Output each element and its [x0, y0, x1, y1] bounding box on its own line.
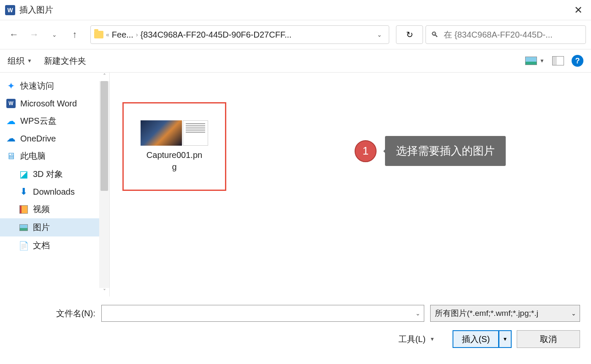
chevron-down-icon: ▼: [27, 58, 32, 64]
sidebar-item-label: Microsoft Word: [20, 99, 77, 109]
cube-icon: ◪: [19, 169, 29, 179]
filename-input[interactable]: ⌄: [101, 305, 424, 322]
new-folder-button[interactable]: 新建文件夹: [44, 55, 86, 67]
cloud-icon: ☁: [6, 116, 16, 126]
sidebar-item-downloads[interactable]: ⬇Downloads: [0, 183, 109, 200]
search-input[interactable]: [444, 30, 580, 40]
download-icon: ⬇: [19, 187, 29, 197]
toolbar: 组织 ▼ 新建文件夹 ▼ ?: [0, 49, 591, 73]
video-icon: [19, 204, 29, 215]
sidebar-item-3d-objects[interactable]: ◪3D 对象: [0, 165, 109, 183]
sidebar-item-label: 文档: [33, 240, 50, 251]
annotation-badge: 1: [355, 140, 377, 162]
scroll-up-icon[interactable]: ˄: [103, 73, 106, 81]
filter-label: 所有图片(*.emf;*.wmf;*.jpg;*.j: [435, 308, 538, 319]
sidebar-item-word[interactable]: WMicrosoft Word: [0, 95, 109, 112]
sidebar-item-pictures[interactable]: 图片: [0, 218, 109, 236]
insert-dropdown[interactable]: ▼: [499, 330, 512, 348]
breadcrumb[interactable]: « Fee... › {834C968A-FF20-445D-90F6-D27C…: [90, 25, 389, 44]
forward-button[interactable]: →: [25, 26, 43, 43]
sidebar-item-documents[interactable]: 📄文档: [0, 236, 109, 255]
insert-split-button[interactable]: 插入(S) ▼: [453, 330, 512, 348]
preview-pane-button[interactable]: [552, 56, 564, 65]
breadcrumb-prefix: «: [106, 31, 109, 38]
search-box[interactable]: 🔍︎: [426, 25, 586, 44]
cloud-icon: ☁: [6, 133, 16, 144]
file-type-filter[interactable]: 所有图片(*.emf;*.wmf;*.jpg;*.j ⌄: [430, 305, 580, 322]
view-mode-button[interactable]: ▼: [525, 57, 545, 65]
tools-button[interactable]: 工具(L) ▼: [399, 334, 435, 345]
bottom-bar: 文件名(N): ⌄ 所有图片(*.emf;*.wmf;*.jpg;*.j ⌄ 工…: [0, 296, 591, 364]
sidebar-item-wps[interactable]: ☁WPS云盘: [0, 112, 109, 130]
sidebar-item-label: Downloads: [33, 187, 75, 197]
sidebar-item-label: 视频: [33, 204, 50, 215]
chevron-down-icon[interactable]: ⌄: [415, 310, 420, 317]
chevron-down-icon[interactable]: ⌄: [571, 310, 576, 317]
file-item-capture001[interactable]: Capture001.pn g: [122, 102, 226, 191]
close-icon[interactable]: ✕: [571, 4, 586, 16]
main-area: ✦快速访问 WMicrosoft Word ☁WPS云盘 ☁OneDrive 🖥…: [0, 73, 591, 296]
organize-label: 组织: [8, 55, 24, 67]
organize-button[interactable]: 组织 ▼: [8, 55, 32, 67]
breadcrumb-part2[interactable]: {834C968A-FF20-445D-90F6-D27CFF...: [141, 30, 292, 40]
sidebar-item-quick-access[interactable]: ✦快速访问: [0, 77, 109, 95]
file-name: Capture001.pn g: [146, 149, 202, 173]
dialog-title: 插入图片: [19, 4, 571, 16]
nav-bar: ← → ⌄ ↑ « Fee... › {834C968A-FF20-445D-9…: [0, 20, 591, 49]
help-icon[interactable]: ?: [572, 55, 583, 67]
cancel-button[interactable]: 取消: [517, 330, 580, 348]
sidebar-item-label: OneDrive: [20, 134, 56, 144]
chevron-right-icon: ›: [136, 31, 138, 38]
recent-dropdown[interactable]: ⌄: [46, 26, 63, 43]
chevron-down-icon: ▼: [430, 336, 435, 342]
breadcrumb-part1[interactable]: Fee...: [112, 30, 133, 40]
back-button[interactable]: ←: [5, 26, 23, 43]
sidebar-item-label: 快速访问: [20, 80, 54, 92]
annotation-text: 选择需要插入的图片: [385, 136, 506, 166]
scroll-down-icon[interactable]: ˅: [103, 288, 106, 296]
file-list[interactable]: Capture001.pn g 1 选择需要插入的图片: [110, 73, 591, 296]
word-icon: W: [6, 98, 16, 109]
tools-label: 工具(L): [399, 334, 426, 345]
insert-button[interactable]: 插入(S): [453, 330, 499, 348]
title-bar: W 插入图片 ✕: [0, 0, 591, 20]
annotation-callout: 1 选择需要插入的图片: [355, 136, 506, 166]
chevron-down-icon: ▼: [539, 58, 545, 64]
sidebar-item-onedrive[interactable]: ☁OneDrive: [0, 130, 109, 147]
filename-label: 文件名(N):: [11, 308, 95, 319]
sidebar-item-label: 3D 对象: [33, 168, 63, 180]
folder-icon: [94, 31, 103, 38]
picture-icon: [525, 57, 537, 65]
document-icon: 📄: [19, 241, 29, 251]
picture-icon: [19, 223, 29, 233]
scroll-thumb[interactable]: [100, 81, 108, 191]
new-folder-label: 新建文件夹: [44, 55, 86, 67]
word-app-icon: W: [5, 5, 15, 15]
refresh-button[interactable]: ↻: [396, 25, 423, 44]
chevron-down-icon[interactable]: ⌄: [374, 31, 385, 38]
search-icon: 🔍︎: [431, 30, 439, 39]
up-button[interactable]: ↑: [66, 26, 84, 43]
file-thumbnail: [141, 120, 208, 146]
star-icon: ✦: [6, 81, 16, 91]
sidebar-item-label: 图片: [33, 222, 50, 233]
scroll-track[interactable]: [99, 81, 109, 288]
sidebar-scrollbar[interactable]: ˄ ˅: [99, 73, 109, 296]
sidebar-item-this-pc[interactable]: 🖥此电脑: [0, 147, 109, 165]
pc-icon: 🖥: [6, 151, 16, 161]
sidebar-item-label: WPS云盘: [20, 115, 57, 127]
sidebar: ✦快速访问 WMicrosoft Word ☁WPS云盘 ☁OneDrive 🖥…: [0, 73, 110, 296]
sidebar-item-videos[interactable]: 视频: [0, 200, 109, 218]
sidebar-item-label: 此电脑: [20, 150, 46, 162]
